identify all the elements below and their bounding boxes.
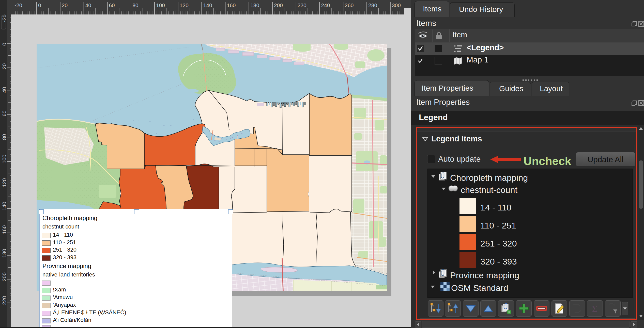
- svg-text:300: 300: [392, 2, 401, 8]
- svg-text:20: 20: [62, 2, 68, 8]
- svg-text:180: 180: [1, 249, 7, 258]
- svg-text:120: 120: [180, 2, 189, 8]
- svg-text:100: 100: [156, 2, 165, 8]
- svg-text:140: 140: [203, 2, 212, 8]
- svg-text:40: 40: [85, 2, 91, 8]
- svg-text:180: 180: [250, 2, 259, 8]
- svg-text:40: 40: [1, 87, 7, 93]
- svg-text:0: 0: [38, 2, 41, 8]
- svg-text:260: 260: [345, 2, 354, 8]
- svg-text:0: 0: [1, 43, 7, 46]
- svg-text:220: 220: [298, 2, 306, 8]
- svg-text:160: 160: [227, 2, 236, 8]
- svg-text:140: 140: [1, 202, 7, 211]
- svg-text:80: 80: [1, 134, 7, 140]
- svg-text:60: 60: [1, 110, 7, 116]
- svg-text:200: 200: [1, 272, 7, 281]
- svg-text:20: 20: [1, 63, 7, 69]
- svg-text:240: 240: [321, 2, 330, 8]
- svg-text:160: 160: [1, 225, 7, 234]
- svg-text:280: 280: [368, 2, 377, 8]
- svg-text:-20: -20: [14, 2, 22, 8]
- svg-text:100: 100: [1, 155, 7, 163]
- svg-text:60: 60: [109, 2, 115, 8]
- svg-text:80: 80: [132, 2, 138, 8]
- svg-text:Σ: Σ: [592, 303, 597, 314]
- svg-text:220: 220: [1, 296, 7, 305]
- svg-text:200: 200: [274, 2, 283, 8]
- svg-text:120: 120: [1, 178, 7, 187]
